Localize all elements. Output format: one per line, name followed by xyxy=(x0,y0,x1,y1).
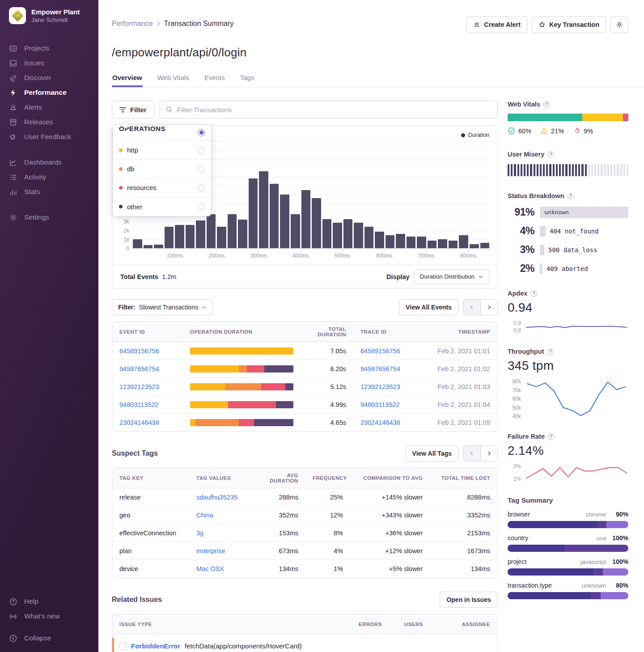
help-circle-icon[interactable]: ? xyxy=(547,151,554,158)
histogram-bar[interactable] xyxy=(291,214,300,248)
histogram-bar[interactable] xyxy=(186,225,195,248)
tab-overview[interactable]: Overview xyxy=(112,71,143,87)
table-row[interactable]: 645891567567.05s64589156756Feb 2, 2021 0… xyxy=(112,342,497,360)
filter-button[interactable]: Filter xyxy=(112,101,154,119)
table-row[interactable]: 123921235235.12s12392123523Feb 2, 2021 0… xyxy=(112,378,497,396)
tag-value-cell-link[interactable]: enterprise xyxy=(196,547,225,555)
tags-next-page-button[interactable] xyxy=(480,446,497,461)
event-id-link[interactable]: 12392123523 xyxy=(119,383,159,390)
help-circle-icon[interactable]: ? xyxy=(548,433,555,440)
chart-legend[interactable]: Duration xyxy=(461,132,489,138)
table-row[interactable]: geoChina352ms12%+343% slower3352ms xyxy=(112,506,497,524)
tab-events[interactable]: Events xyxy=(204,71,225,87)
table-row[interactable]: releasesdaufhu35235288ms25%+145% slower8… xyxy=(112,488,497,506)
tab-web-vitals[interactable]: Web Vitals xyxy=(157,71,190,87)
tag-value-cell-link[interactable]: China xyxy=(196,512,213,519)
search-input[interactable] xyxy=(177,106,492,114)
help-circle-icon[interactable]: ? xyxy=(568,193,574,199)
table-row[interactable]: 230241464384.65s23024146438Feb 2, 2021 0… xyxy=(112,414,497,432)
issue-checkbox[interactable] xyxy=(119,643,127,650)
sidebar-item-dashboards[interactable]: Dashboards xyxy=(0,155,98,170)
trace-id-link[interactable]: 23024146438 xyxy=(360,419,400,426)
histogram-bar[interactable] xyxy=(196,220,205,248)
filter-option-resources[interactable]: resources xyxy=(113,178,211,197)
histogram-bar[interactable] xyxy=(238,220,247,248)
histogram-bar[interactable] xyxy=(207,214,216,248)
events-next-page-button[interactable] xyxy=(480,300,497,315)
filter-option-radio[interactable] xyxy=(198,165,205,173)
sidebar-item-alerts[interactable]: Alerts xyxy=(0,100,98,115)
histogram-bar[interactable] xyxy=(133,239,142,248)
event-id-link[interactable]: 94587656754 xyxy=(119,365,159,373)
histogram-bar[interactable] xyxy=(322,219,332,248)
histogram-bar[interactable] xyxy=(438,239,447,248)
filter-option-http[interactable]: http xyxy=(113,141,211,160)
operations-radio-selected[interactable] xyxy=(198,129,205,136)
tag-value-cell-link[interactable]: sdaufhu35235 xyxy=(196,494,237,501)
histogram-bar[interactable] xyxy=(217,227,226,248)
histogram-bar[interactable] xyxy=(165,227,174,248)
tags-prev-page-button[interactable] xyxy=(463,446,480,461)
trace-id-link[interactable]: 94803113522 xyxy=(360,401,400,408)
open-in-issues-button[interactable]: Open in Issues xyxy=(440,592,498,608)
filter-option-radio[interactable] xyxy=(198,203,205,210)
sidebar-item-collapse[interactable]: Collapse xyxy=(0,631,98,646)
histogram-bar[interactable] xyxy=(459,235,468,248)
table-row[interactable]: 948031135224.99s94803113522Feb 2, 2021 0… xyxy=(112,396,497,414)
histogram-bar[interactable] xyxy=(354,223,363,248)
view-all-events-button[interactable]: View All Events xyxy=(399,299,458,315)
filter-option-radio[interactable] xyxy=(198,147,205,154)
histogram-bar[interactable] xyxy=(259,171,268,248)
histogram-bar[interactable] xyxy=(407,237,416,248)
sidebar-item-stats[interactable]: Stats xyxy=(0,185,98,199)
breadcrumb-performance[interactable]: Performance xyxy=(112,20,153,28)
tag-value-cell-link[interactable]: Mac OSX xyxy=(196,565,224,572)
issue-type-link[interactable]: ForbiddenError xyxy=(131,642,180,650)
histogram-bar[interactable] xyxy=(301,190,311,248)
filter-option-db[interactable]: db xyxy=(113,160,211,178)
table-row[interactable]: planenterprise673ms4%+12% slower1673ms xyxy=(112,542,497,560)
event-id-link[interactable]: 23024146438 xyxy=(119,419,159,426)
histogram-bar[interactable] xyxy=(364,227,374,248)
sidebar-item-activity[interactable]: Activity xyxy=(0,170,98,185)
histogram-bar[interactable] xyxy=(417,237,426,248)
histogram-bar[interactable] xyxy=(470,244,479,248)
sidebar-item-user-feedback[interactable]: User Feedback xyxy=(0,130,98,144)
event-id-link[interactable]: 64589156756 xyxy=(119,347,159,355)
histogram-bar[interactable] xyxy=(480,243,490,248)
histogram-bar[interactable] xyxy=(428,241,437,248)
histogram-bar[interactable] xyxy=(386,235,395,248)
trace-id-link[interactable]: 64589156756 xyxy=(360,347,400,355)
histogram-bar[interactable] xyxy=(333,223,342,248)
tab-tags[interactable]: Tags xyxy=(240,71,255,87)
sidebar-item-performance[interactable]: Performance xyxy=(0,85,98,100)
histogram-bar[interactable] xyxy=(154,245,163,248)
sidebar-item-settings[interactable]: Settings xyxy=(0,210,98,225)
histogram-bar[interactable] xyxy=(175,225,184,248)
sidebar-item-what-s-new[interactable]: What's new xyxy=(0,609,98,624)
histogram-bar[interactable] xyxy=(449,241,458,248)
operations-dropdown-header[interactable]: OPERATIONS xyxy=(113,125,211,141)
help-circle-icon[interactable]: ? xyxy=(543,101,550,108)
histogram-bar[interactable] xyxy=(144,245,153,248)
view-all-tags-button[interactable]: View All Tags xyxy=(406,445,458,461)
org-switcher[interactable]: Empower Plant Jane Schmidt xyxy=(0,7,98,24)
histogram-bar[interactable] xyxy=(280,195,289,248)
histogram-bar[interactable] xyxy=(270,184,279,248)
help-circle-icon[interactable]: ? xyxy=(547,348,554,355)
histogram-bar[interactable] xyxy=(396,234,405,248)
key-transaction-button[interactable]: Key Transaction xyxy=(532,16,606,33)
histogram-bar[interactable] xyxy=(249,178,258,248)
events-prev-page-button[interactable] xyxy=(463,300,480,315)
table-row[interactable]: deviceMac OSX134ms1%+5% slower134ms xyxy=(112,560,497,578)
table-row[interactable]: 945876567546.20s94587656754Feb 2, 2021 0… xyxy=(112,360,497,378)
sidebar-item-discover[interactable]: Discover xyxy=(0,71,98,85)
histogram-bar[interactable] xyxy=(343,219,353,248)
issue-assignee[interactable] xyxy=(430,647,497,652)
sidebar-item-issues[interactable]: Issues xyxy=(0,56,98,71)
sidebar-item-help[interactable]: Help xyxy=(0,594,98,609)
settings-gear-button[interactable] xyxy=(610,16,628,33)
trace-id-link[interactable]: 12392123523 xyxy=(360,383,400,390)
tag-value-cell-link[interactable]: 3g xyxy=(196,529,203,537)
histogram-bar[interactable] xyxy=(312,198,321,248)
